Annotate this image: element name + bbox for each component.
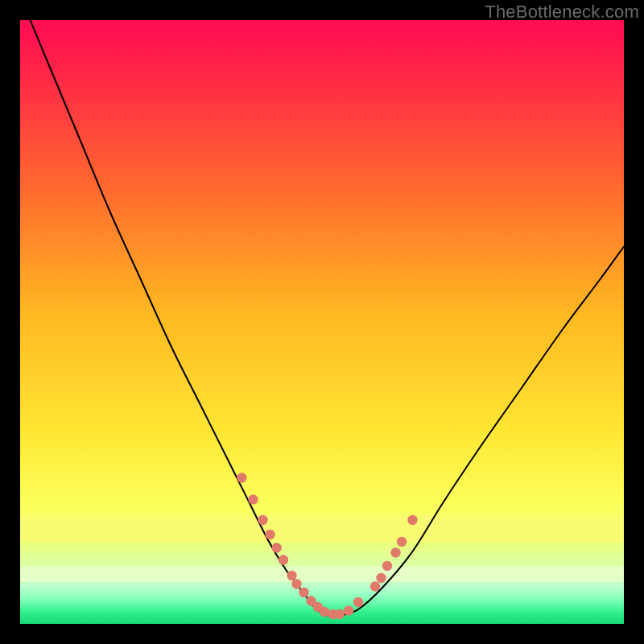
plot-svg (20, 20, 624, 624)
data-point (258, 515, 267, 525)
watermark-text: TheBottleneck.com (485, 2, 639, 23)
curve-layer (20, 0, 624, 616)
data-point (299, 588, 308, 597)
data-point (265, 530, 275, 539)
data-point (279, 555, 288, 564)
data-point (382, 561, 392, 571)
data-point (248, 494, 258, 504)
data-point (353, 597, 363, 607)
data-point (287, 571, 296, 580)
data-point (370, 581, 380, 591)
chart-frame (20, 20, 624, 624)
data-point (390, 547, 400, 557)
bottleneck-curve (20, 0, 624, 616)
data-point (407, 515, 417, 525)
data-point (376, 573, 386, 583)
dot-cluster-layer (237, 473, 418, 619)
data-point (320, 607, 329, 617)
data-point (335, 609, 345, 619)
data-point (272, 543, 282, 552)
data-point (291, 579, 301, 588)
data-point (237, 473, 246, 482)
data-point (344, 605, 353, 615)
data-point (397, 537, 407, 547)
